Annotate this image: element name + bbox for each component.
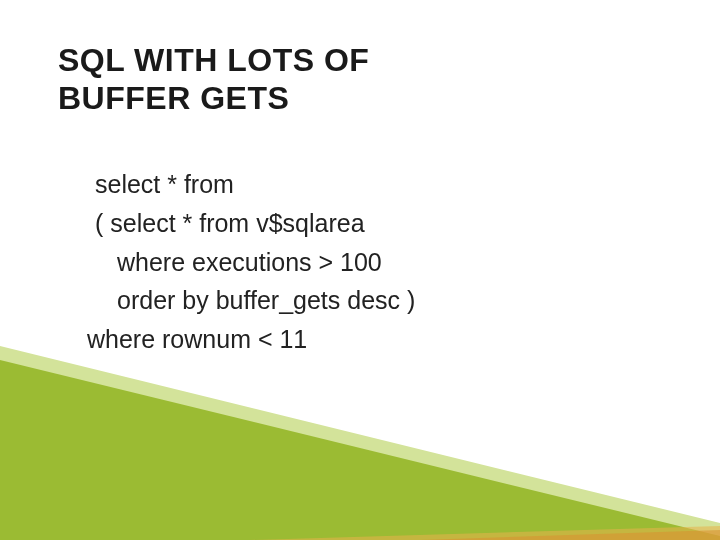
- svg-marker-2: [250, 526, 720, 540]
- title-line-1: SQL WITH LOTS OF: [58, 42, 369, 80]
- slide-title: SQL WITH LOTS OF BUFFER GETS: [58, 42, 369, 118]
- code-line: where executions > 100: [117, 243, 415, 282]
- code-line: order by buffer_gets desc ): [117, 281, 415, 320]
- code-line: select * from: [95, 165, 415, 204]
- decorative-wedge: [0, 340, 720, 540]
- svg-marker-0: [0, 346, 720, 540]
- title-line-2: BUFFER GETS: [58, 80, 369, 118]
- svg-marker-1: [0, 360, 720, 540]
- code-line: where rownum < 11: [87, 320, 415, 359]
- slide: SQL WITH LOTS OF BUFFER GETS select * fr…: [0, 0, 720, 540]
- sql-code-block: select * from ( select * from v$sqlarea …: [95, 165, 415, 359]
- svg-marker-3: [420, 530, 720, 540]
- code-line: ( select * from v$sqlarea: [95, 204, 415, 243]
